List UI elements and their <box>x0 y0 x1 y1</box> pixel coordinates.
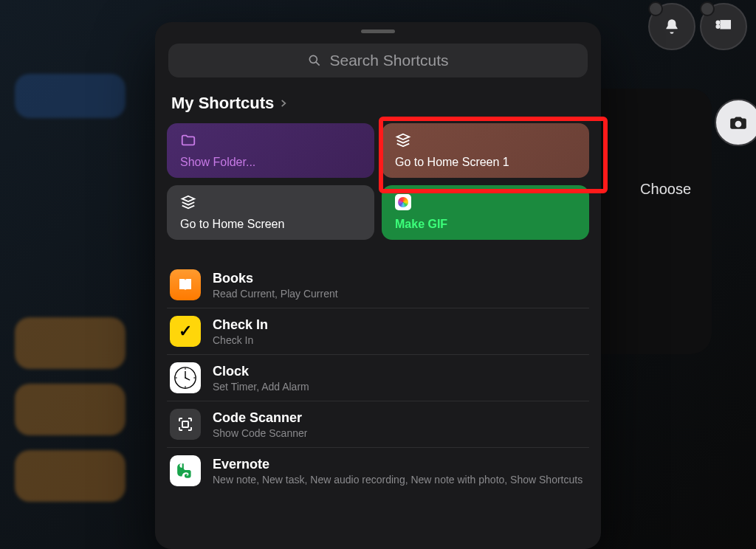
app-row-books[interactable]: Books Read Current, Play Current <box>167 262 589 308</box>
app-switcher-bubble[interactable] <box>700 3 747 50</box>
app-row-clock[interactable]: Clock Set Timer, Add Alarm <box>167 354 589 401</box>
app-subtitle: Set Timer, Add Alarm <box>213 381 309 393</box>
search-icon <box>307 53 322 68</box>
app-title: Clock <box>213 364 309 379</box>
shortcut-home-screen[interactable]: Go to Home Screen <box>167 185 374 240</box>
assistive-touch-cluster <box>622 3 747 102</box>
app-row-checkin[interactable]: ✓ Check In Check In <box>167 308 589 354</box>
shortcuts-grid: Show Folder... Go to Home Screen 1 Go to… <box>167 123 589 240</box>
svg-rect-13 <box>182 421 188 427</box>
svg-point-0 <box>717 21 719 24</box>
shortcut-label: Go to Home Screen 1 <box>395 156 576 169</box>
app-subtitle: Show Code Scanner <box>213 427 307 439</box>
photos-icon <box>395 194 576 210</box>
svg-rect-3 <box>721 25 730 28</box>
app-row-scanner[interactable]: Code Scanner Show Code Scanner <box>167 401 589 447</box>
shortcuts-picker-sheet: Search Shortcuts My Shortcuts Show Folde… <box>155 22 601 549</box>
camera-icon <box>729 113 748 132</box>
app-title: Books <box>213 271 338 286</box>
choose-button[interactable]: Choose <box>640 181 691 198</box>
evernote-icon <box>170 455 201 486</box>
close-dot-icon <box>700 1 715 16</box>
camera-bubble[interactable] <box>715 99 756 146</box>
app-subtitle: New note, New task, New audio recording,… <box>213 474 583 486</box>
apps-list: Books Read Current, Play Current ✓ Check… <box>167 262 589 494</box>
section-title: My Shortcuts <box>171 94 274 113</box>
shortcut-label: Show Folder... <box>180 156 361 169</box>
shortcut-label: Go to Home Screen <box>180 218 361 231</box>
svg-line-5 <box>317 62 320 66</box>
svg-point-4 <box>310 55 317 63</box>
scanner-icon <box>170 409 201 440</box>
app-row-evernote[interactable]: Evernote New note, New task, New audio r… <box>167 447 589 494</box>
stack-icon <box>395 132 576 148</box>
shortcut-label: Make GIF <box>395 218 576 231</box>
search-placeholder: Search Shortcuts <box>329 52 448 69</box>
shortcut-show-folder[interactable]: Show Folder... <box>167 123 374 178</box>
close-dot-icon <box>648 1 663 16</box>
bell-icon <box>662 17 681 36</box>
app-title: Code Scanner <box>213 410 307 426</box>
svg-rect-2 <box>721 21 730 24</box>
notifications-bubble[interactable] <box>648 3 695 50</box>
folder-icon <box>180 132 361 148</box>
shortcut-make-gif[interactable]: Make GIF <box>382 185 589 240</box>
clock-icon <box>170 362 201 393</box>
app-title: Check In <box>213 317 268 333</box>
app-title: Evernote <box>213 457 583 472</box>
list-icon <box>714 17 733 36</box>
shortcut-home-screen-1[interactable]: Go to Home Screen 1 <box>382 123 589 178</box>
svg-point-1 <box>717 25 719 27</box>
my-shortcuts-header[interactable]: My Shortcuts <box>171 94 585 113</box>
search-field[interactable]: Search Shortcuts <box>168 44 588 77</box>
checkin-icon: ✓ <box>170 316 201 347</box>
stack-icon <box>180 194 361 210</box>
sheet-grabber[interactable] <box>361 30 395 33</box>
app-subtitle: Read Current, Play Current <box>213 288 338 300</box>
app-subtitle: Check In <box>213 334 268 346</box>
chevron-right-icon <box>278 98 289 108</box>
books-icon <box>170 269 201 300</box>
